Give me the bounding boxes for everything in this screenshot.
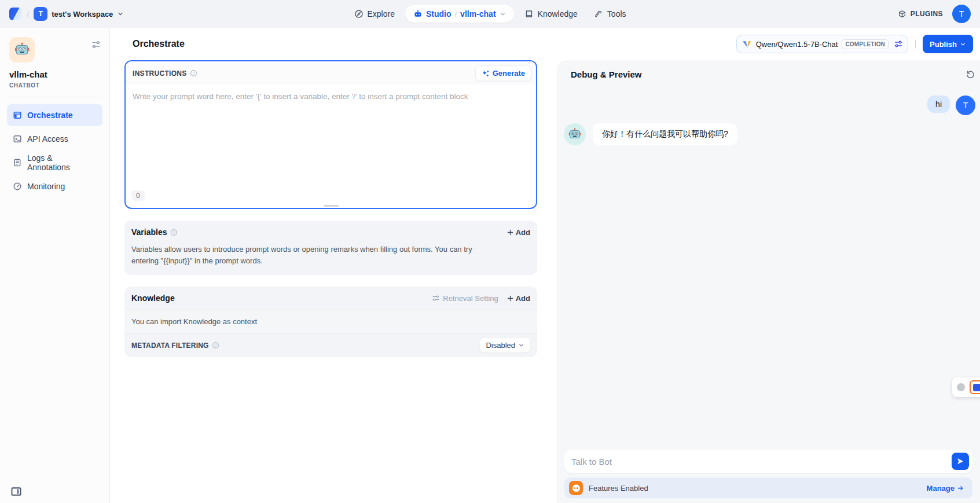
robot-emoji-icon: [14, 42, 30, 58]
studio-slash: /: [454, 10, 457, 19]
widget-app-icon[interactable]: [970, 380, 980, 394]
publish-button[interactable]: Publish: [923, 35, 973, 53]
nav-tools-label: Tools: [607, 9, 626, 19]
add-knowledge-button[interactable]: Add: [506, 294, 530, 303]
user-message-bubble: hi: [927, 96, 950, 113]
plugins-cube-icon: [898, 10, 906, 19]
restart-conversation-icon[interactable]: [966, 69, 975, 79]
dify-logo: [9, 8, 22, 20]
chat-message-bot: 你好！有什么问题我可以帮助你吗?: [564, 123, 980, 145]
orchestrate-window-icon: [13, 111, 22, 120]
nav-explore-label: Explore: [367, 9, 394, 19]
help-icon: ?: [212, 342, 219, 349]
metadata-filtering-label: METADATA FILTERING: [131, 342, 209, 350]
prompt-editor[interactable]: Write your prompt word here, enter '{' t…: [126, 85, 536, 208]
features-bar: Features Enabled Manage: [564, 478, 972, 498]
user-avatar[interactable]: T: [952, 5, 971, 23]
nav-studio-label: Studio: [426, 9, 452, 19]
manage-features-button[interactable]: Manage: [927, 484, 964, 493]
content-region: Orchestrate Qwen/Qwen1.5-7B-Chat COMPLET…: [110, 28, 980, 503]
chevron-down-icon: [518, 342, 524, 348]
features-enabled-label: Features Enabled: [589, 484, 648, 493]
generate-button[interactable]: Generate: [475, 65, 531, 81]
top-navbar: / T test's Workspace Explore Studio / vl…: [0, 0, 980, 28]
retrieval-setting-button[interactable]: Retrieval Setting: [432, 294, 498, 303]
knowledge-description: You can import Knowledge as context: [124, 310, 537, 333]
add-variable-button[interactable]: Add: [506, 228, 530, 237]
prompt-placeholder: Write your prompt word here, enter '{' t…: [133, 92, 468, 101]
generate-label: Generate: [493, 69, 525, 78]
plus-icon: [506, 229, 514, 236]
workspace-avatar: T: [34, 7, 47, 21]
monitoring-gauge-icon: [13, 182, 22, 191]
metadata-filtering-dropdown[interactable]: Disabled: [480, 338, 530, 353]
sidebar-item-label: Monitoring: [27, 182, 65, 191]
logs-document-icon: [13, 158, 22, 167]
debug-preview-title: Debug & Preview: [557, 60, 980, 79]
bot-chat-avatar: [564, 123, 586, 145]
robot-icon: [413, 9, 423, 19]
workspace-name: test's Workspace: [52, 10, 113, 19]
app-icon: [9, 37, 35, 63]
header-divider: [915, 40, 916, 48]
svg-text:?: ?: [214, 343, 216, 347]
help-icon: ?: [190, 69, 197, 77]
app-sidebar: vllm-chat CHATBOT Orchestrate API Access…: [0, 28, 110, 503]
manage-label: Manage: [927, 484, 955, 493]
chevron-down-icon: [960, 41, 966, 47]
terminal-icon: [13, 134, 22, 144]
sidebar-item-label: API Access: [27, 134, 68, 144]
bot-message-bubble: 你好！有什么问题我可以帮助你吗?: [593, 123, 737, 145]
variables-title: Variables: [131, 227, 167, 237]
retrieval-sliders-icon: [432, 294, 440, 302]
nav-plugins[interactable]: PLUGINS: [898, 10, 943, 19]
sidebar-divider: [7, 97, 102, 97]
nav-tools[interactable]: Tools: [588, 5, 632, 23]
studio-current-app: vllm-chat: [460, 9, 495, 19]
instructions-title: INSTRUCTIONS: [133, 69, 187, 78]
svg-text:?: ?: [192, 71, 194, 75]
app-card: vllm-chat CHATBOT: [7, 34, 102, 89]
orchestrate-column: INSTRUCTIONS ? Generate Write your promp…: [110, 60, 557, 503]
send-button[interactable]: [952, 453, 969, 470]
chevron-down-icon: [500, 11, 506, 17]
model-selector[interactable]: Qwen/Qwen1.5-7B-Chat COMPLETION: [736, 35, 908, 53]
plus-icon: [506, 295, 514, 302]
model-params-sliders-icon[interactable]: [894, 39, 903, 49]
knowledge-title: Knowledge: [131, 293, 175, 303]
chevron-down-icon: [117, 10, 124, 17]
widget-dot-icon[interactable]: [957, 383, 965, 391]
sidebar-item-label: Logs & Annotations: [27, 153, 97, 172]
collapse-sidebar-icon[interactable]: [10, 486, 22, 497]
app-name: vllm-chat: [9, 69, 100, 79]
nav-studio[interactable]: Studio / vllm-chat: [405, 5, 514, 23]
features-icon: [569, 481, 583, 495]
publish-label: Publish: [930, 40, 957, 49]
nav-plugins-label: PLUGINS: [911, 10, 943, 18]
vllm-logo-icon: [742, 39, 752, 49]
sidebar-item-orchestrate[interactable]: Orchestrate: [7, 104, 102, 126]
arrow-right-icon: [957, 484, 964, 492]
nav-knowledge-label: Knowledge: [538, 9, 578, 19]
variables-description: Variables allow users to introduce promp…: [124, 244, 495, 275]
sidebar-item-api-access[interactable]: API Access: [7, 128, 102, 150]
workspace-switcher[interactable]: T test's Workspace: [34, 7, 124, 21]
nav-explore[interactable]: Explore: [348, 5, 400, 23]
char-counter: 0: [131, 190, 145, 201]
sidebar-item-monitoring[interactable]: Monitoring: [7, 175, 102, 197]
add-knowledge-label: Add: [516, 294, 530, 303]
app-settings-sliders-icon[interactable]: [91, 39, 101, 50]
resize-handle[interactable]: [324, 205, 339, 207]
debug-preview-panel: Debug & Preview hi T: [557, 60, 980, 503]
chat-message-user: hi T: [557, 96, 975, 115]
nav-knowledge[interactable]: Knowledge: [519, 5, 583, 23]
retrieval-setting-label: Retrieval Setting: [443, 294, 498, 303]
sidebar-item-label: Orchestrate: [27, 111, 73, 120]
sidebar-item-logs-annotations[interactable]: Logs & Annotations: [7, 152, 102, 174]
chat-input[interactable]: [571, 457, 952, 467]
tools-icon: [594, 9, 603, 19]
instructions-panel: INSTRUCTIONS ? Generate Write your promp…: [124, 60, 537, 209]
model-mode-badge: COMPLETION: [842, 39, 889, 49]
add-variable-label: Add: [516, 228, 530, 237]
floating-extension-widget: [952, 377, 980, 397]
